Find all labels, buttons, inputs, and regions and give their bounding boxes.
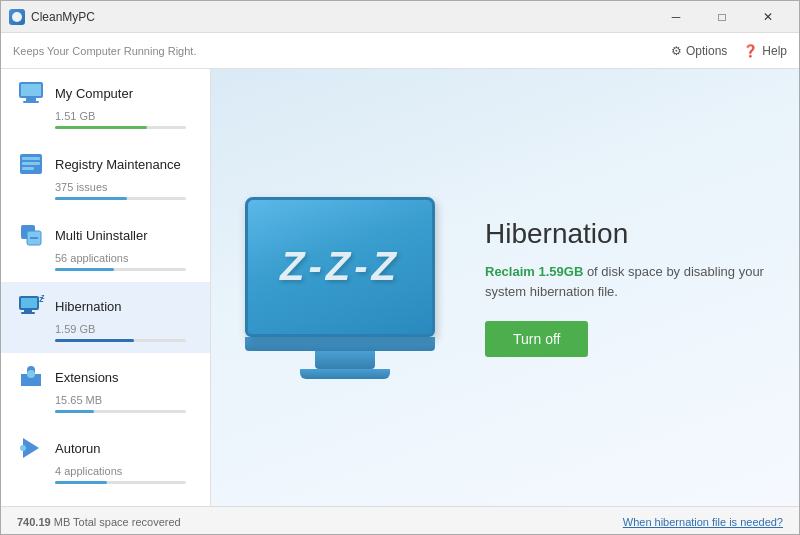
sidebar-item-registry[interactable]: Registry Maintenance 375 issues bbox=[1, 140, 210, 211]
monitor-stand bbox=[315, 351, 375, 369]
autorun-sub: 4 applications bbox=[55, 465, 194, 477]
hibernation-label: Hibernation bbox=[55, 299, 122, 314]
autorun-progress-track bbox=[55, 481, 186, 484]
svg-rect-4 bbox=[23, 101, 39, 103]
hibernation-sub: 1.59 GB bbox=[55, 323, 194, 335]
monitor-bezel bbox=[245, 337, 435, 351]
mycomputer-progress-fill bbox=[55, 126, 147, 129]
svg-rect-14 bbox=[24, 310, 32, 312]
registry-icon bbox=[17, 150, 45, 178]
main-layout: My Computer 1.51 GB Registry Maintenance… bbox=[1, 69, 799, 506]
zzz-text: Z-Z-Z bbox=[280, 244, 400, 289]
uninstaller-progress-track bbox=[55, 268, 186, 271]
svg-rect-2 bbox=[21, 84, 41, 96]
svg-rect-8 bbox=[22, 167, 34, 170]
uninstaller-label: Multi Uninstaller bbox=[55, 228, 147, 243]
close-button[interactable]: ✕ bbox=[745, 1, 791, 33]
hibernation-progress-track bbox=[55, 339, 186, 342]
mycomputer-label: My Computer bbox=[55, 86, 133, 101]
extensions-icon bbox=[17, 363, 45, 391]
titlebar: CleanMyPC ─ □ ✕ bbox=[1, 1, 799, 33]
autorun-label: Autorun bbox=[55, 441, 101, 456]
gear-icon: ⚙ bbox=[671, 44, 682, 58]
minimize-button[interactable]: ─ bbox=[653, 1, 699, 33]
content-inner: Z-Z-Z Hibernation Reclaim 1.59GB of disk… bbox=[225, 177, 785, 399]
svg-point-20 bbox=[20, 445, 26, 451]
space-unit: MB Total space recovered bbox=[54, 516, 181, 528]
content-area: Z-Z-Z Hibernation Reclaim 1.59GB of disk… bbox=[211, 69, 799, 506]
registry-sub: 375 issues bbox=[55, 181, 194, 193]
space-value: 740.19 bbox=[17, 516, 51, 528]
autorun-icon bbox=[17, 434, 45, 462]
sidebar: My Computer 1.51 GB Registry Maintenance… bbox=[1, 69, 211, 506]
mycomputer-sub: 1.51 GB bbox=[55, 110, 194, 122]
computer-icon bbox=[17, 79, 45, 107]
mycomputer-progress-track bbox=[55, 126, 186, 129]
hibernation-icon: z z bbox=[17, 292, 45, 320]
autorun-progress-fill bbox=[55, 481, 107, 484]
sidebar-item-autorun[interactable]: Autorun 4 applications bbox=[1, 424, 210, 495]
svg-rect-13 bbox=[21, 298, 37, 308]
toolbar-actions: ⚙ Options ❓ Help bbox=[671, 44, 787, 58]
svg-rect-7 bbox=[22, 162, 40, 165]
toolbar: Keeps Your Computer Running Right. ⚙ Opt… bbox=[1, 33, 799, 69]
maximize-button[interactable]: □ bbox=[699, 1, 745, 33]
extensions-label: Extensions bbox=[55, 370, 119, 385]
hibernation-progress-fill bbox=[55, 339, 134, 342]
sidebar-item-mycomputer[interactable]: My Computer 1.51 GB bbox=[1, 69, 210, 140]
monitor-body: Z-Z-Z bbox=[245, 197, 435, 337]
window-controls: ─ □ ✕ bbox=[653, 1, 791, 33]
svg-rect-15 bbox=[21, 312, 35, 314]
help-label: Help bbox=[762, 44, 787, 58]
statusbar: 740.19 MB Total space recovered When hib… bbox=[1, 506, 799, 535]
app-icon bbox=[9, 9, 25, 25]
space-recovered: 740.19 MB Total space recovered bbox=[17, 516, 181, 528]
svg-point-0 bbox=[12, 12, 22, 22]
sidebar-item-extensions[interactable]: Extensions 15.65 MB bbox=[1, 353, 210, 424]
right-panel: Hibernation Reclaim 1.59GB of disk space… bbox=[485, 218, 765, 357]
feature-title: Hibernation bbox=[485, 218, 765, 250]
svg-rect-6 bbox=[22, 157, 40, 160]
registry-label: Registry Maintenance bbox=[55, 157, 181, 172]
help-icon: ❓ bbox=[743, 44, 758, 58]
extensions-progress-track bbox=[55, 410, 186, 413]
registry-progress-fill bbox=[55, 197, 127, 200]
options-label: Options bbox=[686, 44, 727, 58]
privacy-icon bbox=[17, 505, 45, 506]
sidebar-item-hibernation[interactable]: z z Hibernation 1.59 GB bbox=[1, 282, 210, 353]
uninstaller-progress-fill bbox=[55, 268, 114, 271]
turn-off-button[interactable]: Turn off bbox=[485, 321, 588, 357]
svg-text:z: z bbox=[41, 293, 45, 300]
monitor-illustration: Z-Z-Z bbox=[245, 197, 445, 379]
svg-rect-18 bbox=[27, 370, 35, 378]
app-title: CleanMyPC bbox=[31, 10, 653, 24]
options-action[interactable]: ⚙ Options bbox=[671, 44, 727, 58]
monitor-base bbox=[300, 369, 390, 379]
feature-highlight: Reclaim 1.59GB bbox=[485, 264, 583, 279]
svg-rect-3 bbox=[26, 98, 36, 101]
extensions-sub: 15.65 MB bbox=[55, 394, 194, 406]
statusbar-right: When hibernation file is needed? bbox=[623, 516, 783, 528]
sidebar-item-uninstaller[interactable]: Multi Uninstaller 56 applications bbox=[1, 211, 210, 282]
help-action[interactable]: ❓ Help bbox=[743, 44, 787, 58]
extensions-progress-fill bbox=[55, 410, 94, 413]
uninstaller-sub: 56 applications bbox=[55, 252, 194, 264]
sidebar-item-privacy[interactable]: Privacy bbox=[1, 495, 210, 506]
registry-progress-track bbox=[55, 197, 186, 200]
hibernation-help-link[interactable]: When hibernation file is needed? bbox=[623, 516, 783, 528]
tagline: Keeps Your Computer Running Right. bbox=[13, 45, 671, 57]
feature-description: Reclaim 1.59GB of disk space by disablin… bbox=[485, 262, 765, 301]
uninstaller-icon bbox=[17, 221, 45, 249]
